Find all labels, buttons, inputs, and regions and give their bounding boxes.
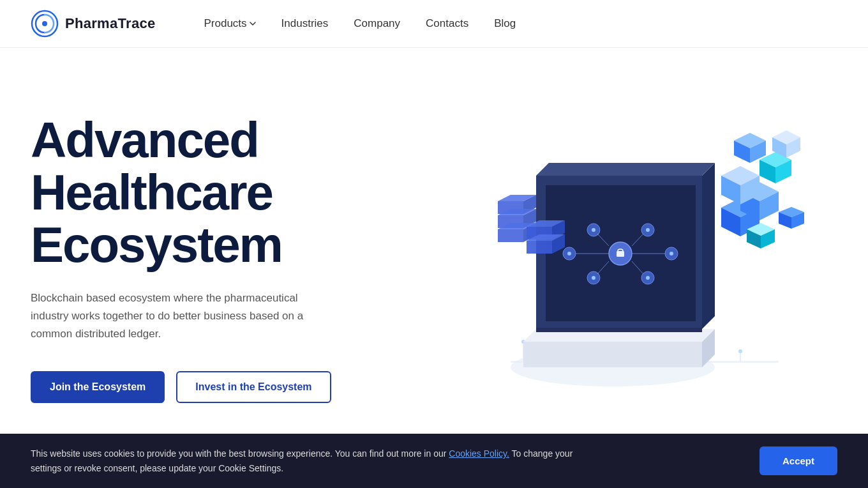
- blockchain-illustration: [363, 93, 837, 425]
- svg-marker-20: [702, 163, 715, 329]
- cookie-policy-link[interactable]: Cookies Policy.: [449, 448, 509, 459]
- nav-item-contacts[interactable]: Contacts: [415, 12, 479, 35]
- accept-cookie-button[interactable]: Accept: [760, 446, 837, 475]
- logo[interactable]: PharmaTrace: [31, 10, 156, 38]
- nav-link-contacts[interactable]: Contacts: [415, 12, 479, 35]
- invest-ecosystem-button[interactable]: Invest in the Ecosystem: [176, 371, 331, 403]
- svg-marker-55: [527, 241, 552, 254]
- cookie-banner: This website uses cookies to provide you…: [0, 434, 868, 488]
- hero-description: Blockchain based ecosystem where the pha…: [31, 289, 324, 343]
- hero-section: Advanced Healthcare Ecosystem Blockchain…: [0, 48, 868, 457]
- svg-point-42: [670, 252, 673, 255]
- svg-rect-24: [617, 251, 624, 257]
- hero-illustration: [363, 93, 837, 425]
- hero-cta-group: Join the Ecosystem Invest in the Ecosyst…: [31, 371, 363, 403]
- svg-point-37: [592, 228, 595, 232]
- svg-point-14: [738, 349, 742, 353]
- svg-marker-49: [498, 229, 523, 242]
- nav-menu: Products Industries Company Contacts Blo…: [194, 12, 527, 35]
- nav-link-blog[interactable]: Blog: [484, 12, 526, 35]
- join-ecosystem-button[interactable]: Join the Ecosystem: [31, 371, 165, 403]
- nav-item-blog[interactable]: Blog: [484, 12, 526, 35]
- nav-link-company[interactable]: Company: [343, 12, 410, 35]
- svg-point-1: [42, 21, 47, 26]
- nav-link-industries[interactable]: Industries: [271, 12, 339, 35]
- svg-point-38: [646, 228, 650, 232]
- nav-link-products[interactable]: Products: [194, 12, 266, 35]
- cookie-text: This website uses cookies to provide you…: [31, 446, 605, 475]
- svg-marker-21: [536, 163, 715, 176]
- hero-title: Advanced Healthcare Ecosystem: [31, 114, 363, 271]
- svg-point-41: [567, 252, 571, 255]
- nav-item-company[interactable]: Company: [343, 12, 410, 35]
- nav-item-products[interactable]: Products: [194, 12, 266, 35]
- nav-item-industries[interactable]: Industries: [271, 12, 339, 35]
- brand-name: PharmaTrace: [65, 15, 156, 32]
- svg-point-39: [592, 276, 595, 280]
- svg-marker-16: [523, 342, 702, 367]
- hero-content: Advanced Healthcare Ecosystem Blockchain…: [31, 114, 363, 403]
- pharmatrace-logo-icon: [31, 10, 59, 38]
- svg-point-40: [646, 276, 650, 280]
- svg-marker-82: [536, 328, 702, 332]
- chevron-down-icon: [250, 22, 256, 26]
- navbar: PharmaTrace Products Industries Company …: [0, 0, 868, 48]
